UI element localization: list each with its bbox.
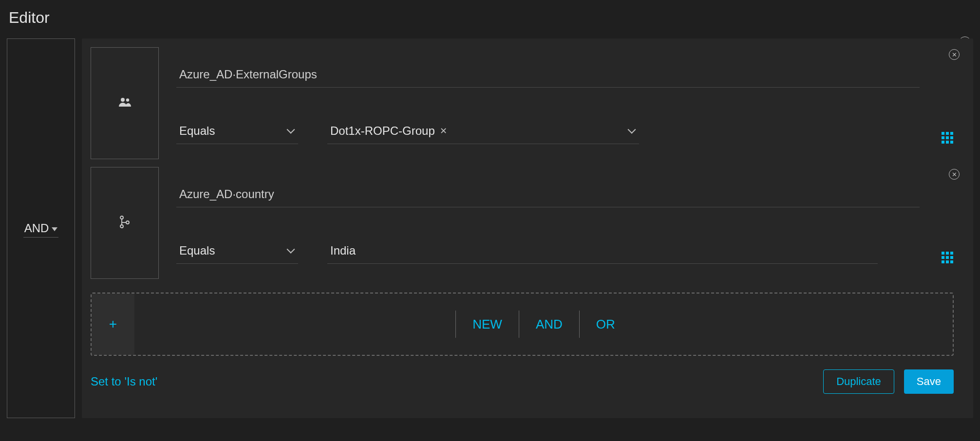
chevron-down-icon — [52, 227, 57, 231]
svg-rect-16 — [950, 252, 953, 255]
plus-icon: + — [109, 316, 117, 332]
group-operator-label: AND — [24, 221, 49, 235]
grid-picker-icon[interactable] — [941, 251, 954, 264]
svg-rect-4 — [950, 132, 953, 135]
operator-label: Equals — [179, 244, 215, 257]
chevron-down-icon — [286, 246, 295, 255]
remove-rule-icon[interactable]: ✕ — [949, 49, 960, 60]
grid-picker-icon[interactable] — [941, 131, 954, 144]
rule-body: Azure_AD·ExternalGroups Equals Dot1x-ROP… — [176, 47, 954, 159]
value-input[interactable]: India — [327, 240, 878, 264]
add-rule-row: + NEW AND OR — [91, 293, 954, 356]
rule-body: Azure_AD·country Equals India — [176, 167, 954, 279]
operator-select[interactable]: Equals — [176, 240, 298, 264]
svg-rect-9 — [946, 141, 949, 144]
value-chip-label: Dot1x-ROPC-Group — [330, 124, 435, 138]
group-operator-column: AND — [7, 38, 75, 418]
rule-row: ✕ Azure_AD·country — [91, 167, 954, 279]
svg-point-0 — [121, 98, 125, 102]
add-and-button[interactable]: AND — [519, 315, 579, 334]
users-icon — [118, 97, 132, 110]
svg-rect-3 — [946, 132, 949, 135]
svg-rect-21 — [946, 260, 949, 263]
svg-rect-17 — [942, 256, 944, 259]
svg-rect-8 — [942, 141, 944, 144]
set-is-not-link[interactable]: Set to 'Is not' — [91, 375, 157, 388]
svg-point-13 — [120, 225, 123, 228]
value-text: India — [330, 244, 356, 257]
rule-type-box[interactable] — [91, 167, 159, 279]
svg-rect-20 — [942, 260, 944, 263]
attribute-field[interactable]: Azure_AD·country — [176, 183, 920, 207]
svg-rect-14 — [942, 252, 944, 255]
add-rule-plus[interactable]: + — [92, 294, 134, 355]
group-operator-select[interactable]: AND — [23, 220, 59, 238]
chevron-down-icon — [286, 127, 295, 135]
value-chip: Dot1x-ROPC-Group ✕ — [330, 124, 447, 138]
duplicate-button[interactable]: Duplicate — [823, 369, 894, 394]
attribute-field[interactable]: Azure_AD·ExternalGroups — [176, 63, 920, 88]
svg-rect-19 — [950, 256, 953, 259]
svg-point-1 — [126, 98, 129, 101]
operator-select[interactable]: Equals — [176, 120, 298, 144]
svg-rect-15 — [946, 252, 949, 255]
rules-column: ✕ Azure_AD·ExternalGroups — [82, 38, 973, 418]
svg-point-11 — [120, 216, 123, 219]
svg-rect-5 — [942, 136, 944, 139]
editor-area: ✕ AND ✕ — [7, 38, 973, 418]
save-button[interactable]: Save — [904, 369, 954, 394]
rule-type-box[interactable] — [91, 47, 159, 159]
svg-rect-22 — [950, 260, 953, 263]
svg-point-12 — [126, 221, 129, 224]
add-or-button[interactable]: OR — [580, 315, 632, 334]
svg-rect-7 — [950, 136, 953, 139]
remove-rule-icon[interactable]: ✕ — [949, 169, 960, 180]
svg-rect-2 — [942, 132, 944, 135]
chevron-down-icon — [627, 127, 636, 135]
remove-chip-icon[interactable]: ✕ — [440, 126, 447, 136]
svg-rect-18 — [946, 256, 949, 259]
rule-row: ✕ Azure_AD·ExternalGroups — [91, 47, 954, 159]
svg-rect-10 — [950, 141, 953, 144]
hierarchy-icon — [119, 216, 130, 231]
operator-label: Equals — [179, 124, 215, 138]
svg-rect-6 — [946, 136, 949, 139]
editor-footer: Set to 'Is not' Duplicate Save — [91, 369, 954, 394]
page-title: Editor — [9, 9, 973, 27]
value-select[interactable]: Dot1x-ROPC-Group ✕ — [327, 120, 639, 144]
add-new-button[interactable]: NEW — [456, 315, 519, 334]
